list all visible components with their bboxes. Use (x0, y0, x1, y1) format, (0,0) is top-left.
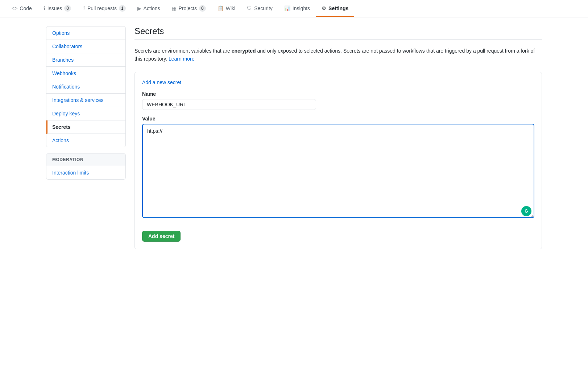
pr-icon: ⤴ (83, 5, 85, 11)
projects-icon: ▦ (172, 5, 177, 11)
sidebar-item-interaction-limits[interactable]: Interaction limits (46, 166, 125, 179)
grammarly-icon: G (521, 206, 531, 216)
settings-icon: ⚙ (322, 5, 326, 11)
main-content: Secrets Secrets are environment variable… (134, 26, 542, 249)
actions-icon: ▶ (137, 5, 141, 11)
page-divider (134, 39, 542, 40)
name-label: Name (142, 91, 534, 97)
sidebar-item-collaborators[interactable]: Collaborators (46, 40, 125, 53)
sidebar-main-section: Options Collaborators Branches Webhooks … (46, 26, 126, 147)
value-textarea[interactable]: https:// (142, 124, 534, 218)
nav-security[interactable]: 🛡 Security (241, 0, 278, 17)
add-secret-button[interactable]: Add secret (142, 231, 181, 242)
sidebar-section-moderation-header: Moderation (46, 153, 125, 166)
sidebar-item-integrations-services[interactable]: Integrations & services (46, 94, 125, 107)
nav-settings[interactable]: ⚙ Settings (316, 0, 354, 17)
secrets-card: Add a new secret Name Value https:// G A… (134, 72, 542, 249)
nav-bar: <> Code ℹ Issues 0 ⤴ Pull requests 1 ▶ A… (0, 0, 588, 17)
sidebar-item-notifications[interactable]: Notifications (46, 80, 125, 94)
security-icon: 🛡 (247, 5, 252, 11)
wiki-icon: 📋 (218, 5, 224, 11)
page-description: Secrets are environment variables that a… (134, 47, 542, 63)
learn-more-link[interactable]: Learn more (169, 56, 195, 62)
textarea-wrapper: https:// G (142, 124, 534, 219)
value-form-group: Value https:// G (142, 116, 534, 219)
sidebar-item-branches[interactable]: Branches (46, 53, 125, 67)
nav-code[interactable]: <> Code (6, 0, 38, 17)
issues-badge: 0 (64, 5, 71, 12)
sidebar-item-options[interactable]: Options (46, 26, 125, 40)
nav-wiki[interactable]: 📋 Wiki (212, 0, 241, 17)
sidebar-item-deploy-keys[interactable]: Deploy keys (46, 107, 125, 120)
sidebar-item-actions[interactable]: Actions (46, 134, 125, 147)
nav-actions[interactable]: ▶ Actions (132, 0, 166, 17)
code-icon: <> (12, 5, 17, 11)
nav-insights[interactable]: 📊 Insights (278, 0, 316, 17)
name-form-group: Name (142, 91, 534, 110)
add-new-secret-link[interactable]: Add a new secret (142, 79, 181, 85)
sidebar-item-secrets[interactable]: Secrets (46, 120, 125, 134)
pr-badge: 1 (119, 5, 126, 12)
page-title: Secrets (134, 26, 542, 36)
nav-issues[interactable]: ℹ Issues 0 (38, 0, 77, 17)
sidebar: Options Collaborators Branches Webhooks … (46, 26, 126, 249)
name-input[interactable] (142, 99, 316, 110)
page-layout: Options Collaborators Branches Webhooks … (40, 17, 548, 258)
value-label: Value (142, 116, 534, 122)
nav-projects[interactable]: ▦ Projects 0 (166, 0, 212, 17)
projects-badge: 0 (199, 5, 206, 12)
issues-icon: ℹ (44, 5, 45, 11)
nav-pull-requests[interactable]: ⤴ Pull requests 1 (77, 0, 132, 17)
sidebar-item-webhooks[interactable]: Webhooks (46, 67, 125, 80)
sidebar-moderation-section: Moderation Interaction limits (46, 153, 126, 180)
insights-icon: 📊 (284, 5, 290, 11)
